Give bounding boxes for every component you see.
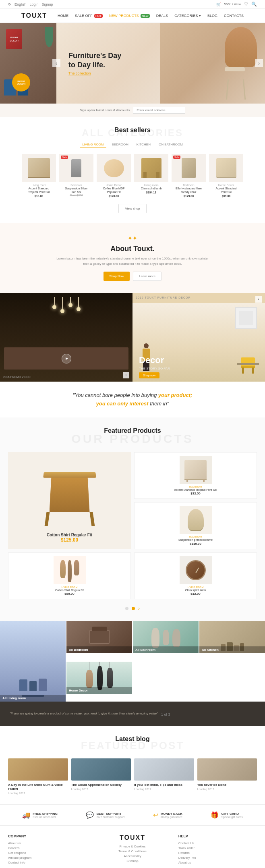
product-price: $194.13: [134, 191, 168, 194]
feature-support-text: BEST SUPPORT 24/7 customer support: [96, 812, 124, 818]
blog-post-2[interactable]: The Cloud Apprehension Society Loading 2…: [71, 758, 131, 795]
blog-post-4[interactable]: You never be alone Loading 2017: [197, 758, 257, 795]
filter-kitchen[interactable]: KITCHEN: [134, 142, 153, 147]
living-room-label: All Living room: [0, 695, 66, 702]
filter-bedroom[interactable]: BEDROOM: [110, 142, 131, 147]
sale-badge: Sale: [173, 156, 180, 159]
language-selector[interactable]: English: [14, 2, 27, 6]
product-name: Accent StandardTropical Print Sol: [22, 187, 56, 194]
featured-small-product-1: Bedroom Accent Standard Tropical Print S…: [134, 452, 257, 499]
nav-home[interactable]: Home: [58, 14, 68, 18]
footer-about-link[interactable]: About us: [8, 841, 87, 845]
promo-left-arrow[interactable]: ›: [123, 372, 129, 378]
play-button[interactable]: ▶: [62, 354, 71, 363]
top-bar-right: 🛒 566b / View ♡ 🔍: [216, 2, 257, 7]
nav-logo[interactable]: TOUXT: [21, 12, 47, 19]
blog-date-2: Loading 2017: [71, 788, 131, 791]
feature-gift-card: 🎁 GIFT CARD Special gift cards: [211, 811, 242, 819]
category-quote-section: "If you are going to create a product of…: [0, 702, 265, 726]
footer-contact-info-link[interactable]: Contact info: [8, 861, 87, 864]
bedroom-label: All Bedroom: [66, 646, 132, 653]
blog-header: Latest blog FEATURED POST: [8, 735, 257, 752]
footer-contact-link[interactable]: Contact Us: [178, 841, 257, 845]
featured-small-product-2: Bedroom Suspension printed komme $119.00: [134, 502, 257, 549]
featured-product-3-image: [54, 556, 86, 584]
nav-new-products[interactable]: New products New: [109, 14, 150, 18]
hero-next-button[interactable]: ›: [255, 59, 263, 67]
category-bedroom[interactable]: All Bedroom: [66, 621, 132, 653]
product-price: $179.00: [172, 195, 206, 197]
footer-careers-link[interactable]: Careers: [8, 846, 87, 850]
filter-bathroom[interactable]: ON BATHROOM: [156, 142, 185, 147]
footer-accessibility-link[interactable]: Accessibility: [93, 854, 172, 858]
blog-image-3: [134, 758, 194, 781]
hero-subtitle[interactable]: The collection: [68, 71, 121, 75]
money-back-title: MONEY BACK: [161, 812, 183, 816]
footer-delivery-link[interactable]: Delivery info: [178, 856, 257, 860]
nav-deals[interactable]: Deals: [156, 14, 168, 18]
nav-sale[interactable]: Sale off Hot: [75, 14, 103, 18]
product-card: Living room Accent StandardTropical Prin…: [22, 154, 56, 197]
signup-email-input[interactable]: [133, 107, 185, 114]
hero-badge: ROOMDECOR: [12, 73, 30, 91]
category-home-decor[interactable]: Home Decor: [66, 662, 132, 694]
category-kitchen[interactable]: All Kitchen: [199, 621, 265, 653]
hero-prev-button[interactable]: ‹: [52, 59, 60, 67]
product-price: $13.00: [22, 195, 56, 197]
promo-right-label: 2016 TOUXT FURNITURE DECOR: [136, 296, 190, 299]
footer-sitemap-link[interactable]: Sitemap: [93, 859, 172, 863]
footer-affiliate-link[interactable]: Affiliate program: [8, 856, 87, 860]
pagination-dot-1[interactable]: [125, 607, 128, 610]
featured-products-section: Featured Products OUR PRODUCTS: [0, 417, 265, 621]
promo-right-arrow[interactable]: ›: [255, 296, 262, 303]
pagination-next[interactable]: ›: [138, 606, 140, 611]
gift-icon: 🎁: [211, 811, 219, 819]
nav-contacts[interactable]: Contacts: [224, 14, 244, 18]
product-2-name: Suspension printed komme: [178, 538, 213, 542]
featured-small-product-3: Living room Cotton Shirt Regula Fit $89.…: [8, 552, 131, 599]
product-category: Home Decor: [209, 184, 243, 187]
quote-after: them in": [149, 401, 169, 407]
footer-terms-link[interactable]: Terms & Conditions: [93, 849, 172, 853]
decor-shop-button[interactable]: Shop now: [139, 372, 159, 378]
category-bathroom[interactable]: All Bathroom: [133, 621, 199, 653]
cart-label[interactable]: 566b / View: [224, 2, 241, 6]
cart-icon[interactable]: 🛒: [216, 2, 221, 6]
product-price: $99.00: [209, 195, 243, 197]
nav-categories[interactable]: Categories ▾: [174, 14, 201, 18]
blog-section: Latest blog FEATURED POST A Day in the L…: [0, 726, 265, 805]
footer-privacy-link[interactable]: Privacy & Cookies: [93, 845, 172, 848]
view-shop-button[interactable]: View shop: [118, 204, 147, 213]
filter-living-room[interactable]: LIVING ROOM: [80, 142, 106, 147]
wishlist-icon[interactable]: ♡: [244, 2, 248, 7]
product-name: Accent StandardPrint Sol: [209, 187, 243, 194]
shipping-icon: 🚚: [22, 811, 30, 819]
top-bar-left: ⟳ English Login Signup: [8, 2, 53, 6]
pagination-dot-2[interactable]: [132, 607, 135, 610]
product-1-name: Accent Standard Tropical Print Sol: [174, 488, 217, 492]
signup-bar: Sign up for latest news & discounts: [0, 104, 265, 117]
filter-tabs: LIVING ROOM BEDROOM KITCHEN ON BATHROOM: [8, 142, 257, 147]
footer-about-help-link[interactable]: About us: [178, 861, 257, 864]
products-grid: Living room Accent StandardTropical Prin…: [8, 154, 257, 197]
footer-returns-link[interactable]: Returns: [178, 851, 257, 855]
footer-grid: COMPANY About us Careers Gift coupons Af…: [8, 834, 257, 866]
blog-post-1[interactable]: A Day in the Life Stino Gum & voice Fral…: [8, 758, 68, 795]
footer-gift-link[interactable]: Gift coupons: [8, 851, 87, 855]
category-living-room[interactable]: All Living room: [0, 621, 66, 702]
featured-main-name: Cotton Shirt Regular Fit: [47, 533, 92, 537]
blog-image-2: [71, 758, 131, 781]
feature-shipping-text: FREE SHIPPING Free on order over: [33, 812, 58, 818]
language-icon: ⟳: [8, 2, 11, 6]
blog-post-3[interactable]: If you lost mind, Tips and tricks Loadin…: [134, 758, 194, 795]
nav-blog[interactable]: Blog: [207, 14, 217, 18]
footer-track-link[interactable]: Track order: [178, 846, 257, 850]
login-link[interactable]: Login: [30, 2, 39, 6]
product-3-price: $89.00: [64, 592, 74, 596]
signup-link[interactable]: Signup: [42, 2, 53, 6]
learn-more-button[interactable]: Learn more: [133, 272, 161, 281]
shop-now-button[interactable]: Shop Now: [104, 272, 130, 281]
product-card: Home Decor Accent StandardPrint Sol $99.…: [209, 154, 243, 197]
search-icon[interactable]: 🔍: [251, 2, 257, 7]
feature-shipping: 🚚 FREE SHIPPING Free on order over: [22, 811, 58, 819]
